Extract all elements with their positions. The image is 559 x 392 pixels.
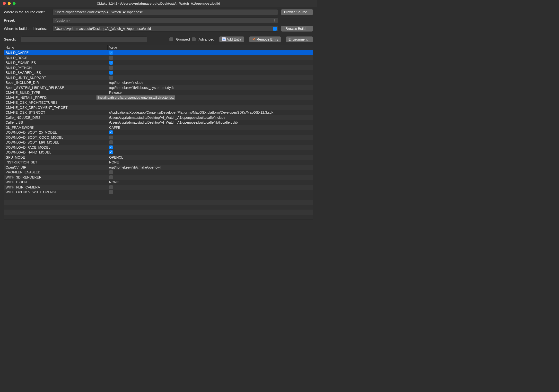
table-row[interactable]: OpenCV_DIR/opt/homebrew/lib/cmake/opencv… bbox=[4, 165, 313, 170]
table-row[interactable]: DOWNLOAD_HAND_MODEL bbox=[4, 150, 313, 155]
preset-value: <custom> bbox=[55, 18, 70, 22]
cache-value[interactable]: NONE bbox=[108, 160, 313, 164]
cache-value[interactable] bbox=[108, 185, 313, 189]
cache-value[interactable]: NONE bbox=[108, 180, 313, 184]
table-row[interactable]: Caffe_LIBS/Users/cvprlabmacstudio/Deskto… bbox=[4, 120, 313, 125]
cache-value[interactable]: Release bbox=[108, 91, 313, 94]
checkbox[interactable] bbox=[109, 175, 113, 179]
cache-value[interactable]: /opt/homebrew/lib/cmake/opencv4 bbox=[108, 165, 313, 169]
table-row[interactable]: DOWNLOAD_FACE_MODEL bbox=[4, 145, 313, 150]
advanced-checkbox[interactable] bbox=[192, 37, 196, 41]
preset-select[interactable]: <custom> ▲▼ bbox=[53, 18, 278, 23]
cache-value[interactable]: /opt/homebrew/include bbox=[108, 81, 313, 84]
cache-value[interactable] bbox=[108, 56, 313, 60]
cache-name: OpenCV_DIR bbox=[4, 165, 108, 169]
table-row[interactable]: CMAKE_INSTALL_PREFIXInstall path prefix,… bbox=[4, 95, 313, 100]
browse-source-button[interactable]: Browse Source... bbox=[281, 9, 313, 15]
build-path-combobox[interactable]: /Users/cvprlabmacstudio/Desktop/AI_Watch… bbox=[53, 26, 278, 32]
cache-value[interactable]: CAFFE bbox=[108, 126, 313, 129]
checkbox[interactable] bbox=[109, 190, 113, 194]
tooltip: Install path prefix, prepended onto inst… bbox=[96, 95, 175, 100]
cache-name: BUILD_CAFFE bbox=[4, 51, 108, 55]
table-row[interactable]: BUILD_EXAMPLES bbox=[4, 60, 313, 65]
table-row[interactable]: DOWNLOAD_BODY_25_MODEL bbox=[4, 130, 313, 135]
cache-name: DOWNLOAD_BODY_MPI_MODEL bbox=[4, 140, 108, 144]
checkbox[interactable] bbox=[109, 136, 113, 139]
cache-value[interactable] bbox=[108, 130, 313, 134]
col-name[interactable]: Name bbox=[4, 45, 108, 50]
cache-value[interactable] bbox=[108, 76, 313, 80]
table-row[interactable]: Caffe_INCLUDE_DIRS/Users/cvprlabmacstudi… bbox=[4, 115, 313, 120]
checkbox[interactable] bbox=[109, 130, 113, 134]
cache-value[interactable]: /Applications/Xcode.app/Contents/Develop… bbox=[108, 110, 313, 114]
cache-value[interactable] bbox=[108, 170, 313, 174]
source-path-input[interactable]: /Users/cvprlabmacstudio/Desktop/AI_Watch… bbox=[53, 9, 278, 15]
cache-value[interactable] bbox=[108, 150, 313, 154]
cache-value[interactable]: OPENCL bbox=[108, 155, 313, 159]
cache-value[interactable] bbox=[108, 66, 313, 70]
checkbox[interactable] bbox=[109, 76, 113, 80]
table-row[interactable]: BUILD_PYTHON bbox=[4, 65, 313, 70]
cache-name: BUILD_EXAMPLES bbox=[4, 61, 108, 65]
table-row[interactable]: BUILD_SHARED_LIBS bbox=[4, 70, 313, 75]
table-row[interactable]: Boost_INCLUDE_DIR/opt/homebrew/include bbox=[4, 80, 313, 85]
cache-value[interactable] bbox=[108, 146, 313, 149]
table-row[interactable]: DOWNLOAD_BODY_COCO_MODEL bbox=[4, 135, 313, 140]
table-row[interactable]: GPU_MODEOPENCL bbox=[4, 155, 313, 160]
table-row[interactable]: DOWNLOAD_BODY_MPI_MODEL bbox=[4, 140, 313, 145]
add-entry-button[interactable]: + Add Entry bbox=[219, 36, 244, 42]
cache-value[interactable]: /opt/homebrew/lib/libboost_system-mt.dyl… bbox=[108, 86, 313, 90]
checkbox[interactable] bbox=[109, 170, 113, 174]
cache-name: WITH_3D_RENDERER bbox=[4, 175, 108, 179]
table-row[interactable]: WITH_FLIR_CAMERA bbox=[4, 185, 313, 190]
cache-name: DOWNLOAD_FACE_MODEL bbox=[4, 146, 108, 149]
table-row[interactable]: PROFILER_ENABLED bbox=[4, 170, 313, 175]
cache-value[interactable] bbox=[108, 61, 313, 65]
cache-value[interactable]: /Users/cvprlabmacstudio/Desktop/AI_Watch… bbox=[108, 120, 313, 124]
cache-value[interactable] bbox=[108, 51, 313, 55]
table-row[interactable]: INSTRUCTION_SETNONE bbox=[4, 160, 313, 165]
cache-value[interactable]: /Users/cvprlabmacstudio/Desktop/AI_Watch… bbox=[108, 116, 313, 119]
cache-value[interactable] bbox=[108, 175, 313, 179]
cache-name: Caffe_INCLUDE_DIRS bbox=[4, 116, 108, 119]
table-row-empty bbox=[4, 215, 313, 220]
table-row[interactable]: WITH_EIGENNONE bbox=[4, 180, 313, 185]
col-value[interactable]: Value bbox=[108, 45, 313, 50]
checkbox[interactable] bbox=[109, 150, 113, 154]
cache-value[interactable] bbox=[108, 136, 313, 139]
cache-value[interactable] bbox=[108, 140, 313, 144]
table-row[interactable]: CMAKE_OSX_DEPLOYMENT_TARGET bbox=[4, 105, 313, 110]
table-row[interactable]: Boost_SYSTEM_LIBRARY_RELEASE/opt/homebre… bbox=[4, 85, 313, 90]
table-row[interactable]: BUILD_DOCS bbox=[4, 55, 313, 61]
checkbox[interactable] bbox=[109, 71, 113, 74]
cache-name: CMAKE_OSX_ARCHITECTURES bbox=[4, 100, 108, 104]
table-row[interactable]: CMAKE_OSX_ARCHITECTURES bbox=[4, 100, 313, 105]
cache-value[interactable] bbox=[108, 190, 313, 194]
checkbox[interactable] bbox=[109, 66, 113, 70]
table-row[interactable]: BUILD_CAFFE bbox=[4, 50, 313, 55]
checkbox[interactable] bbox=[109, 61, 113, 65]
table-row[interactable]: WITH_3D_RENDERER bbox=[4, 175, 313, 180]
checkbox[interactable] bbox=[109, 140, 113, 144]
cache-value[interactable]: Install path prefix, prepended onto inst… bbox=[108, 95, 313, 100]
environment-button[interactable]: Environment... bbox=[286, 36, 313, 42]
table-row[interactable]: BUILD_UNITY_SUPPORT bbox=[4, 75, 313, 80]
chevron-updown-icon[interactable]: ⌄ bbox=[273, 27, 277, 31]
search-input[interactable] bbox=[21, 36, 147, 42]
checkbox[interactable] bbox=[109, 185, 113, 189]
grouped-checkbox[interactable] bbox=[169, 37, 173, 41]
remove-entry-button[interactable]: ✕ Remove Entry bbox=[249, 36, 281, 42]
checkbox[interactable] bbox=[109, 56, 113, 60]
browse-build-button[interactable]: Browse Build... bbox=[281, 26, 313, 32]
cache-name: PROFILER_ENABLED bbox=[4, 170, 108, 174]
table-row[interactable]: CMAKE_BUILD_TYPERelease bbox=[4, 90, 313, 95]
table-row[interactable]: DL_FRAMEWORKCAFFE bbox=[4, 125, 313, 130]
source-label: Where is the source code: bbox=[4, 10, 53, 14]
table-header: Name Value bbox=[4, 45, 313, 50]
table-row[interactable]: CMAKE_OSX_SYSROOT/Applications/Xcode.app… bbox=[4, 110, 313, 115]
table-row[interactable]: WITH_OPENCV_WITH_OPENGL bbox=[4, 190, 313, 195]
checkbox[interactable] bbox=[109, 146, 113, 149]
checkbox[interactable] bbox=[109, 51, 113, 55]
cache-name: CMAKE_INSTALL_PREFIX bbox=[4, 96, 108, 100]
cache-value[interactable] bbox=[108, 71, 313, 74]
